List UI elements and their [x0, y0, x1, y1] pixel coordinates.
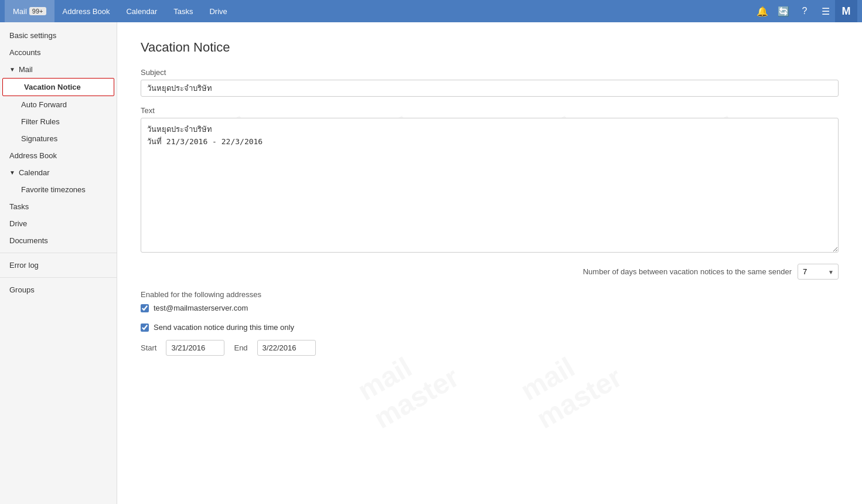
- sidebar-item-signatures-label: Signatures: [21, 134, 57, 143]
- sidebar-item-error-log[interactable]: Error log: [0, 257, 117, 274]
- sidebar-item-basic-settings[interactable]: Basic settings: [0, 27, 117, 44]
- sidebar-section-mail[interactable]: ▼ Mail: [0, 61, 117, 78]
- sidebar-divider-2: [0, 277, 117, 278]
- sidebar-item-documents[interactable]: Documents: [0, 232, 117, 249]
- sidebar-item-auto-forward[interactable]: Auto Forward: [0, 96, 117, 113]
- text-textarea[interactable]: วันหยุดประจำบริษัท วันที่ 21/3/2016 - 22…: [141, 118, 839, 253]
- sidebar-item-groups[interactable]: Groups: [0, 281, 117, 298]
- date-row: Start End: [141, 340, 839, 356]
- sidebar-item-groups-label: Groups: [9, 285, 35, 294]
- sidebar-item-filter-rules-label: Filter Rules: [21, 117, 60, 126]
- nav-mail-label: Mail: [13, 7, 27, 16]
- notification-icon[interactable]: 🔔: [753, 2, 772, 21]
- sidebar-item-filter-rules[interactable]: Filter Rules: [0, 113, 117, 130]
- nav-address-book[interactable]: Address Book: [54, 0, 118, 22]
- sidebar: Basic settings Accounts ▼ Mail Vacation …: [0, 22, 117, 504]
- app-logo: M: [835, 0, 857, 22]
- end-date-input[interactable]: [257, 340, 316, 356]
- nav-tasks-label: Tasks: [173, 7, 193, 16]
- nav-tasks[interactable]: Tasks: [165, 0, 201, 22]
- sidebar-item-tasks-label: Tasks: [9, 202, 29, 211]
- sidebar-section-calendar-label: Calendar: [19, 168, 50, 177]
- chevron-down-icon-calendar: ▼: [9, 169, 15, 176]
- sidebar-item-drive-label: Drive: [9, 219, 27, 228]
- form-content: Vacation Notice Subject Text วันหยุดประจ…: [141, 40, 839, 356]
- main-content: mailmaster mailmaster mailmaster mailmas…: [117, 22, 862, 504]
- send-during-checkbox-row: Send vacation notice during this time on…: [141, 323, 839, 332]
- email-checkbox[interactable]: [141, 304, 149, 312]
- top-navigation: Mail 99+ Address Book Calendar Tasks Dri…: [0, 0, 862, 22]
- refresh-icon[interactable]: 🔄: [774, 2, 793, 21]
- nav-calendar[interactable]: Calendar: [118, 0, 165, 22]
- subject-input[interactable]: [141, 80, 839, 97]
- sidebar-item-favorite-timezones[interactable]: Favorite timezones: [0, 181, 117, 198]
- nav-calendar-label: Calendar: [126, 7, 157, 16]
- enabled-title: Enabled for the following addresses: [141, 290, 839, 299]
- nav-drive[interactable]: Drive: [201, 0, 235, 22]
- start-label: Start: [141, 343, 156, 352]
- email-label: test@mailmasterserver.com: [154, 304, 248, 312]
- sidebar-item-address-book[interactable]: Address Book: [0, 147, 117, 164]
- sidebar-item-signatures[interactable]: Signatures: [0, 130, 117, 147]
- page-title: Vacation Notice: [141, 40, 839, 55]
- sidebar-item-accounts-label: Accounts: [9, 48, 40, 57]
- sidebar-item-tasks[interactable]: Tasks: [0, 198, 117, 215]
- sidebar-item-error-log-label: Error log: [9, 261, 39, 270]
- chevron-down-icon: ▼: [9, 66, 15, 73]
- sidebar-item-address-book-label: Address Book: [9, 151, 57, 160]
- start-date-input[interactable]: [166, 340, 224, 356]
- enabled-section: Enabled for the following addresses test…: [141, 290, 839, 312]
- sidebar-item-accounts[interactable]: Accounts: [0, 44, 117, 61]
- days-select-wrapper: 1 2 3 5 7 10 14: [798, 264, 839, 280]
- topnav-icons: 🔔 🔄 ? ☰: [753, 2, 835, 21]
- sidebar-section-calendar[interactable]: ▼ Calendar: [0, 164, 117, 181]
- days-select[interactable]: 1 2 3 5 7 10 14: [798, 264, 839, 280]
- days-label: Number of days between vacation notices …: [583, 267, 792, 276]
- sidebar-item-vacation-notice-label: Vacation Notice: [24, 83, 81, 91]
- send-during-label: Send vacation notice during this time on…: [154, 323, 294, 332]
- sidebar-divider: [0, 253, 117, 253]
- end-label: End: [234, 343, 247, 352]
- sidebar-section-mail-label: Mail: [19, 65, 33, 74]
- sidebar-item-basic-settings-label: Basic settings: [9, 31, 56, 40]
- sidebar-item-favorite-timezones-label: Favorite timezones: [21, 185, 86, 194]
- text-group: Text วันหยุดประจำบริษัท วันที่ 21/3/2016…: [141, 106, 839, 254]
- nav-address-book-label: Address Book: [63, 7, 110, 16]
- send-during-checkbox[interactable]: [141, 323, 149, 332]
- subject-label: Subject: [141, 68, 839, 77]
- email-checkbox-row: test@mailmasterserver.com: [141, 304, 839, 312]
- subject-group: Subject: [141, 68, 839, 97]
- nav-drive-label: Drive: [209, 7, 227, 16]
- days-row: Number of days between vacation notices …: [141, 264, 839, 280]
- sidebar-item-drive[interactable]: Drive: [0, 215, 117, 232]
- sidebar-item-documents-label: Documents: [9, 236, 48, 245]
- text-label: Text: [141, 106, 839, 115]
- help-icon[interactable]: ?: [795, 2, 814, 21]
- sidebar-item-vacation-notice[interactable]: Vacation Notice: [2, 78, 114, 96]
- mail-badge: 99+: [29, 7, 46, 15]
- nav-mail[interactable]: Mail 99+: [5, 0, 54, 22]
- menu-icon[interactable]: ☰: [816, 2, 835, 21]
- sidebar-item-auto-forward-label: Auto Forward: [21, 100, 67, 109]
